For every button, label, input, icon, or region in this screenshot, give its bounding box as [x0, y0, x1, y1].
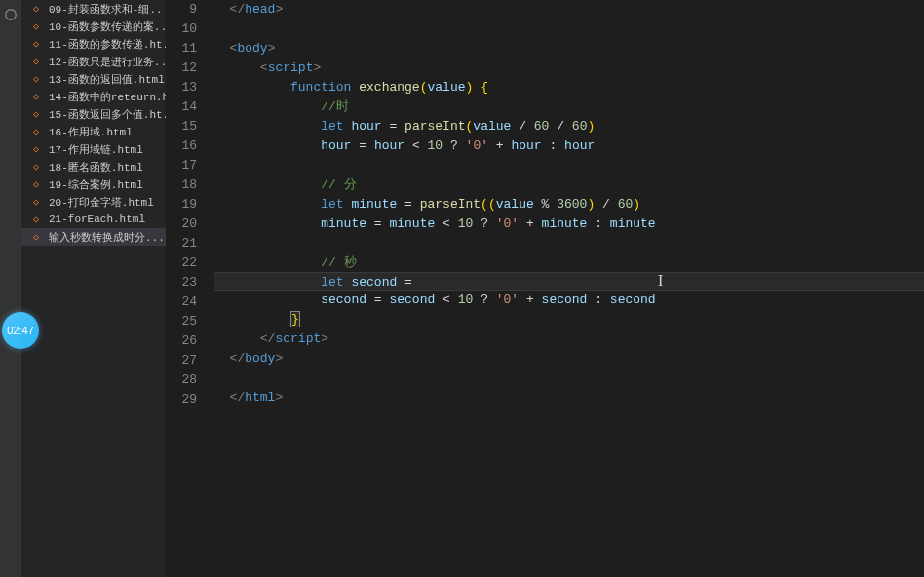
line-number: 26 — [166, 331, 197, 351]
line-number: 22 — [166, 253, 197, 273]
html-file-icon — [33, 196, 39, 208]
code-line[interactable]: // 分 — [214, 175, 924, 195]
html-file-icon — [33, 73, 39, 85]
code-line[interactable]: </head> — [214, 0, 924, 19]
file-item[interactable]: 21-forEach.html — [21, 211, 166, 228]
html-file-icon — [33, 91, 39, 102]
line-number: 21 — [166, 234, 197, 253]
code-editor[interactable]: 9101112131415161718192021222324252627282… — [166, 0, 924, 577]
file-label: 12-函数只是进行业务.. — [49, 55, 166, 69]
html-file-icon — [33, 213, 39, 225]
file-label: 10-函数参数传递的案.. — [49, 19, 166, 34]
line-number: 29 — [166, 390, 197, 409]
code-line[interactable]: <body> — [214, 39, 924, 58]
line-number: 10 — [166, 19, 197, 39]
file-item[interactable]: 14-函数中的reteurn.h.. — [21, 88, 166, 105]
line-number: 24 — [166, 292, 197, 312]
file-label: 14-函数中的reteurn.h.. — [49, 90, 166, 104]
line-number: 28 — [166, 370, 197, 390]
code-line[interactable]: //时 — [214, 97, 924, 117]
file-label: 18-匿名函数.html — [49, 160, 143, 174]
html-file-icon — [33, 108, 39, 120]
line-number: 20 — [166, 214, 197, 234]
file-item[interactable]: 12-函数只是进行业务.. — [21, 53, 166, 70]
file-label: 19-综合案例.html — [49, 177, 143, 192]
code-line[interactable]: } — [214, 310, 924, 329]
code-line[interactable]: let hour = parseInt(value / 60 / 60) — [214, 117, 924, 136]
code-area[interactable]: </head> <body> <script> function exchang… — [214, 0, 924, 577]
svg-point-0 — [6, 10, 17, 20]
code-line[interactable] — [214, 156, 924, 175]
html-file-icon — [33, 178, 39, 190]
html-file-icon — [33, 126, 39, 137]
html-file-icon — [33, 161, 39, 173]
activity-bar — [0, 0, 21, 577]
file-label: 输入秒数转换成时分... — [49, 230, 165, 245]
code-line[interactable]: // 秒 — [214, 253, 924, 273]
line-number: 25 — [166, 312, 197, 331]
file-item[interactable]: 16-作用域.html — [21, 123, 166, 140]
file-item[interactable]: 15-函数返回多个值.ht.. — [21, 105, 166, 123]
code-line[interactable]: let minute = parseInt((value % 3600) / 6… — [214, 195, 924, 214]
file-label: 21-forEach.html — [49, 213, 145, 225]
file-label: 11-函数的参数传递.ht.. — [49, 37, 166, 52]
line-number: 23 — [166, 273, 197, 292]
line-number: 16 — [166, 136, 197, 156]
file-item[interactable]: 09-封装函数求和-细.. — [21, 0, 166, 18]
line-number: 27 — [166, 351, 197, 370]
text-cursor: I — [658, 271, 663, 290]
html-file-icon — [33, 56, 39, 67]
line-number: 13 — [166, 78, 197, 97]
file-explorer[interactable]: 09-封装函数求和-细..10-函数参数传递的案..11-函数的参数传递.ht.… — [21, 0, 166, 577]
html-file-icon — [33, 3, 39, 15]
line-number: 14 — [166, 97, 197, 117]
file-label: 15-函数返回多个值.ht.. — [49, 107, 166, 122]
file-label: 09-封装函数求和-细.. — [49, 2, 163, 17]
code-line[interactable] — [214, 234, 924, 253]
line-number: 11 — [166, 39, 197, 58]
html-file-icon — [33, 38, 39, 50]
code-line[interactable] — [214, 19, 924, 39]
explorer-icon[interactable] — [0, 4, 21, 25]
code-line[interactable]: </html> — [214, 388, 924, 407]
html-file-icon — [33, 143, 39, 155]
code-line[interactable]: <script> — [214, 58, 924, 78]
code-line[interactable]: minute = minute < 10 ? '0' + minute : mi… — [214, 214, 924, 234]
file-item[interactable]: 13-函数的返回值.html — [21, 70, 166, 88]
file-item[interactable]: 输入秒数转换成时分... — [21, 228, 166, 246]
line-number: 17 — [166, 156, 197, 175]
code-line[interactable] — [214, 368, 924, 388]
line-number: 19 — [166, 195, 197, 214]
code-line[interactable]: function exchange(value) { — [214, 78, 924, 97]
code-line[interactable]: </script> — [214, 329, 924, 349]
code-line[interactable]: </body> — [214, 349, 924, 368]
line-number: 18 — [166, 175, 197, 195]
html-file-icon — [33, 20, 39, 32]
file-item[interactable]: 10-函数参数传递的案.. — [21, 18, 166, 35]
file-item[interactable]: 20-打印金字塔.html — [21, 193, 166, 211]
file-label: 13-函数的返回值.html — [49, 72, 165, 87]
line-number: 9 — [166, 0, 197, 19]
file-item[interactable]: 18-匿名函数.html — [21, 158, 166, 175]
file-item[interactable]: 19-综合案例.html — [21, 175, 166, 193]
code-line[interactable]: hour = hour < 10 ? '0' + hour : hour — [214, 136, 924, 156]
line-number: 12 — [166, 58, 197, 78]
timer-badge[interactable]: 02:47 — [2, 312, 39, 349]
line-gutter: 9101112131415161718192021222324252627282… — [166, 0, 214, 577]
file-label: 16-作用域.html — [49, 125, 133, 139]
file-item[interactable]: 17-作用域链.html — [21, 140, 166, 158]
timer-text: 02:47 — [7, 325, 34, 336]
html-file-icon — [33, 231, 39, 243]
file-item[interactable]: 11-函数的参数传递.ht.. — [21, 35, 166, 53]
file-label: 17-作用域链.html — [49, 142, 143, 157]
file-label: 20-打印金字塔.html — [49, 195, 154, 210]
code-line[interactable]: second = second < 10 ? '0' + second : se… — [214, 290, 924, 310]
line-number: 15 — [166, 117, 197, 136]
code-line[interactable]: let second = I — [214, 272, 924, 291]
